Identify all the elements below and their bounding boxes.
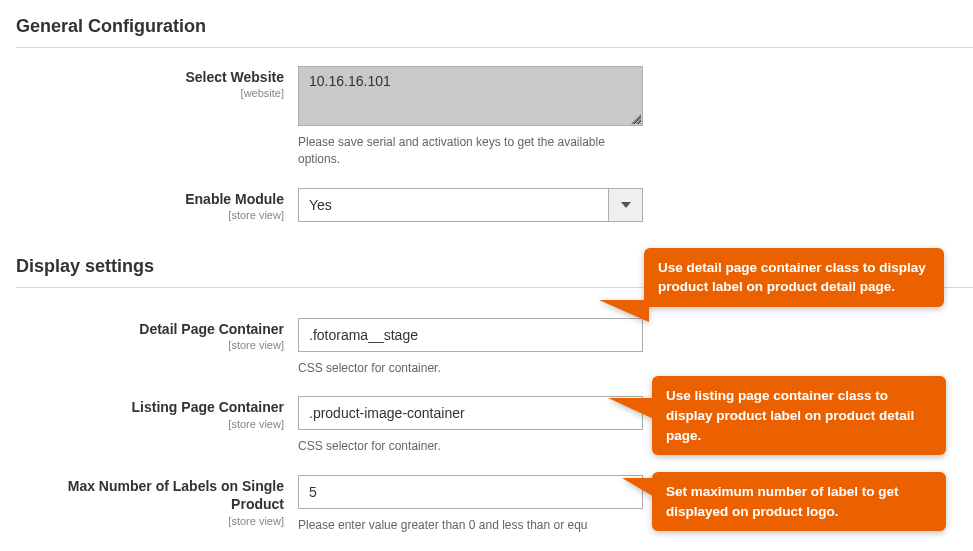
input-col: Yes [298, 188, 643, 222]
input-col: 10.16.16.101 Please save serial and acti… [298, 66, 643, 168]
input-col: Please enter value greater than 0 and le… [298, 475, 643, 534]
section-general-title: General Configuration [16, 10, 973, 48]
row-listing-container: Listing Page Container [store view] CSS … [16, 396, 973, 455]
row-max-labels: Max Number of Labels on Single Product [… [16, 475, 973, 534]
callout-text: Use listing page container class to disp… [666, 388, 914, 442]
callout-max-labels: Set maximum number of label to get displ… [652, 472, 946, 531]
enable-module-select[interactable]: Yes [298, 188, 643, 222]
detail-container-input[interactable] [298, 318, 643, 352]
label-text: Max Number of Labels on Single Product [16, 477, 284, 513]
listing-container-help: CSS selector for container. [298, 438, 618, 455]
row-select-website: Select Website [website] 10.16.16.101 Pl… [16, 66, 973, 168]
callout-text: Use detail page container class to displ… [658, 260, 926, 295]
max-labels-help: Please enter value greater than 0 and le… [298, 517, 643, 534]
label-text: Detail Page Container [16, 320, 284, 338]
label-scope: [store view] [16, 515, 284, 527]
callout-listing-container: Use listing page container class to disp… [652, 376, 946, 455]
callout-detail-container: Use detail page container class to displ… [644, 248, 944, 307]
callout-tail-icon [622, 478, 656, 498]
enable-module-value: Yes [299, 197, 608, 213]
input-col: CSS selector for container. [298, 318, 643, 377]
label-scope: [website] [16, 87, 284, 99]
chevron-down-icon [608, 189, 642, 221]
max-labels-input[interactable] [298, 475, 643, 509]
select-website-multiselect[interactable]: 10.16.16.101 [298, 66, 643, 126]
label-select-website: Select Website [website] [16, 66, 298, 99]
row-enable-module: Enable Module [store view] Yes [16, 188, 973, 222]
label-text: Enable Module [16, 190, 284, 208]
label-scope: [store view] [16, 209, 284, 221]
select-website-value: 10.16.16.101 [309, 73, 391, 89]
label-text: Listing Page Container [16, 398, 284, 416]
label-listing-container: Listing Page Container [store view] [16, 396, 298, 429]
select-website-help: Please save serial and activation keys t… [298, 134, 618, 168]
detail-container-help: CSS selector for container. [298, 360, 618, 377]
label-detail-container: Detail Page Container [store view] [16, 318, 298, 351]
label-max-labels: Max Number of Labels on Single Product [… [16, 475, 298, 526]
label-scope: [store view] [16, 339, 284, 351]
input-col: CSS selector for container. [298, 396, 643, 455]
callout-tail-icon [599, 300, 649, 322]
row-detail-container: Detail Page Container [store view] CSS s… [16, 318, 973, 377]
label-scope: [store view] [16, 418, 284, 430]
label-text: Select Website [16, 68, 284, 86]
label-enable-module: Enable Module [store view] [16, 188, 298, 221]
callout-tail-icon [608, 398, 656, 420]
callout-text: Set maximum number of label to get displ… [666, 484, 899, 519]
listing-container-input[interactable] [298, 396, 643, 430]
